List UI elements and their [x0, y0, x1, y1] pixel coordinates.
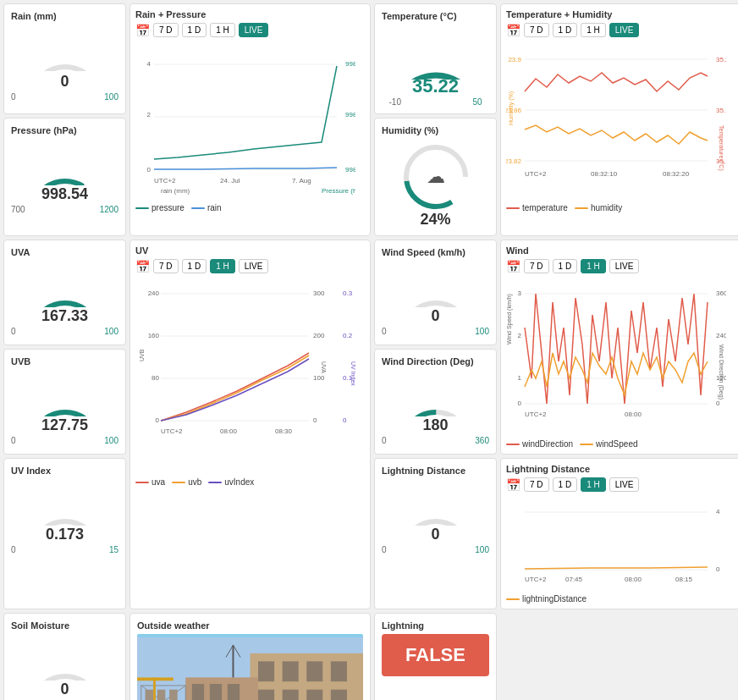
- uvb-min: 0: [11, 436, 16, 445]
- wind-live-btn[interactable]: LIVE: [609, 259, 640, 273]
- pressure-card: Pressure (hPa) 998.54 700 1200: [3, 118, 126, 236]
- wind-direction-min: 0: [382, 436, 387, 445]
- svg-text:23.9: 23.9: [508, 56, 521, 63]
- svg-text:0: 0: [156, 416, 160, 424]
- uv-calendar-icon[interactable]: 📅: [135, 260, 150, 273]
- uva-legend-label: uva: [151, 477, 165, 487]
- soil-moisture-gauge: 0 0 100: [11, 634, 118, 700]
- temperature-gauge: 35.22 -10 50: [382, 25, 489, 107]
- main-grid: Rain (mm) 0 0 100 Rain + Pressure 📅 7 D …: [0, 0, 738, 700]
- wind-direction-title: Wind Direction (Deg): [382, 356, 489, 367]
- pressure-gauge-svg: [23, 139, 107, 185]
- uva-legend-dot: [135, 482, 149, 483]
- uv-index-min: 0: [11, 545, 16, 554]
- wind-speed-title: Wind Speed (km/h): [382, 247, 489, 257]
- wind-direction-legend-label: windDirection: [522, 439, 573, 449]
- temp-humidity-7d-btn[interactable]: 7 D: [524, 23, 549, 37]
- pressure-min: 700: [11, 205, 25, 214]
- rain-pressure-live-btn[interactable]: LIVE: [239, 23, 269, 37]
- uvb-gauge-svg: [23, 370, 107, 416]
- wind-speed-legend-item: windSpeed: [580, 439, 637, 449]
- rain-pressure-legend: pressure rain: [135, 203, 365, 212]
- svg-text:UVB: UVB: [139, 349, 145, 361]
- pressure-legend-dot: [135, 207, 149, 209]
- svg-text:23.82: 23.82: [506, 157, 522, 165]
- wind-direction-gauge: 180 0 360: [382, 370, 489, 445]
- svg-text:08:00: 08:00: [220, 427, 238, 435]
- wind-direction-gauge-wrapper: [394, 370, 478, 416]
- svg-text:1: 1: [518, 374, 522, 382]
- lightning-7d-btn[interactable]: 7 D: [524, 477, 549, 492]
- svg-rect-91: [228, 684, 240, 700]
- rain-pressure-card: Rain + Pressure 📅 7 D 1 D 1 H LIVE 4 2 0…: [129, 3, 371, 236]
- rain-pressure-1h-btn[interactable]: 1 H: [210, 23, 235, 37]
- uvb-legend-item: uvb: [172, 477, 201, 487]
- svg-text:rain (mm): rain (mm): [161, 187, 190, 195]
- temp-humidity-calendar-icon[interactable]: 📅: [506, 24, 520, 37]
- svg-text:2: 2: [518, 332, 522, 339]
- uva-legend-item: uva: [135, 477, 165, 487]
- wind-chart-area: 3 2 1 0 360 240 120 0 UTC+2 0: [506, 277, 735, 436]
- svg-text:UVA: UVA: [321, 361, 327, 373]
- lightning-distance-gauge-title: Lightning Distance: [382, 466, 489, 476]
- uv-index-gauge-wrapper: [23, 479, 107, 526]
- lightning-title: Lightning: [382, 620, 489, 631]
- rain-pressure-7d-btn[interactable]: 7 D: [153, 23, 179, 37]
- svg-text:2: 2: [147, 111, 151, 119]
- svg-text:08:15: 08:15: [675, 576, 693, 583]
- outside-weather-title: Outside weather: [137, 620, 363, 631]
- svg-rect-82: [306, 661, 322, 681]
- temperature-range: -10 50: [389, 97, 482, 107]
- uv-7d-btn[interactable]: 7 D: [153, 259, 179, 273]
- svg-text:UTC+2: UTC+2: [525, 411, 547, 418]
- calendar-icon[interactable]: 📅: [135, 24, 150, 37]
- lightning-calendar-icon[interactable]: 📅: [506, 478, 520, 492]
- rain-pressure-svg: 4 2 0 99864 99848 99832 UTC+2 24. Jul 7.…: [135, 41, 355, 197]
- svg-text:07:45: 07:45: [565, 576, 583, 583]
- wind-1d-btn[interactable]: 1 D: [553, 259, 578, 273]
- wind-7d-btn[interactable]: 7 D: [524, 259, 549, 273]
- svg-rect-83: [331, 661, 347, 681]
- humidity-legend-dot: [575, 207, 588, 209]
- svg-text:99832: 99832: [345, 166, 355, 174]
- wind-1h-btn[interactable]: 1 H: [581, 259, 606, 273]
- uv-1h-btn[interactable]: 1 H: [210, 259, 235, 273]
- rain-title: Rain (mm): [11, 11, 118, 21]
- lightning-1d-btn[interactable]: 1 D: [553, 477, 578, 492]
- outside-weather-card: Outside weather: [129, 613, 371, 700]
- temperature-max: 50: [472, 97, 482, 107]
- uv-index-value: 0.173: [46, 526, 84, 543]
- uv-chart-svg: 240 160 80 0 300 200 100 0 0.3 0.2 0.1 0: [135, 277, 355, 471]
- temp-humidity-legend: temperature humidity: [506, 203, 735, 212]
- temp-humidity-live-btn[interactable]: LIVE: [609, 23, 640, 37]
- uvb-card: UVB 127.75 0 100: [3, 349, 126, 455]
- rain-pressure-1d-btn[interactable]: 1 D: [182, 23, 207, 37]
- svg-rect-81: [283, 661, 299, 681]
- svg-text:0: 0: [716, 565, 720, 573]
- uv-1d-btn[interactable]: 1 D: [182, 259, 207, 273]
- svg-text:100: 100: [313, 374, 325, 382]
- lightning-live-btn[interactable]: LIVE: [609, 477, 640, 492]
- lightning-dist-chart-area: 4 0 UTC+2 07:45 08:00 08:15: [506, 495, 735, 591]
- temperature-gauge-svg: [385, 25, 487, 80]
- pressure-gauge: 998.54 700 1200: [11, 139, 118, 214]
- uvb-value: 127.75: [41, 416, 88, 434]
- temp-humidity-chart-area: 23.9 23.86 23.82 35.225 35.175 35.125 UT…: [506, 41, 735, 200]
- wind-calendar-icon[interactable]: 📅: [506, 260, 520, 273]
- uv-live-btn[interactable]: LIVE: [239, 259, 269, 273]
- lightning-distance-legend-item: lightningDistance: [506, 594, 587, 604]
- svg-rect-90: [210, 684, 222, 700]
- uva-range: 0 100: [11, 327, 118, 336]
- uva-max: 100: [104, 327, 118, 336]
- lightning-distance-legend-label: lightningDistance: [522, 594, 587, 604]
- pressure-title: Pressure (hPa): [11, 125, 118, 135]
- wind-direction-value: 180: [422, 416, 448, 434]
- wind-chart-title: Wind: [506, 245, 735, 256]
- lightning-1h-btn[interactable]: 1 H: [581, 477, 606, 492]
- temp-humidity-1d-btn[interactable]: 1 D: [553, 23, 578, 37]
- uv-chart-header: 📅 7 D 1 D 1 H LIVE: [135, 259, 365, 273]
- svg-text:99848: 99848: [345, 111, 355, 119]
- svg-text:80: 80: [151, 374, 159, 382]
- temp-humidity-1h-btn[interactable]: 1 H: [581, 23, 606, 37]
- uv-index-gauge-svg: [23, 479, 107, 526]
